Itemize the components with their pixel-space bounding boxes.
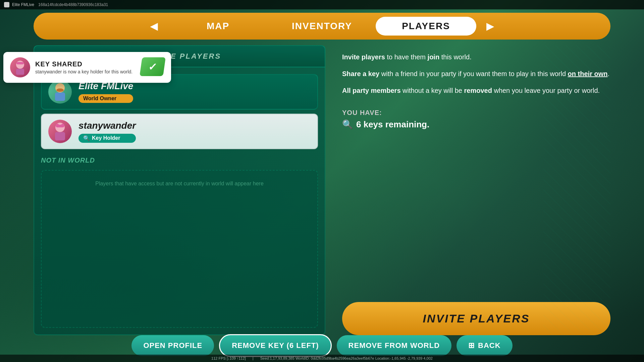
footer-fps: 112 FPS [↓109 ↑112] — [211, 356, 246, 360]
back-button[interactable]: ⊞ BACK — [457, 335, 513, 356]
remove-from-world-button[interactable]: REMOVE FROM WORLD — [337, 335, 451, 356]
player-name-stanywander: stanywander — [78, 120, 136, 131]
svg-rect-4 — [55, 132, 65, 140]
player-card-stanywander[interactable]: stanywander 🔍 Key Holder — [41, 114, 318, 149]
keys-count: 🔍 6 keys remaining. — [342, 119, 610, 130]
left-panel: MANAGE PLAYERS Elite FMLive World O — [34, 45, 325, 335]
remove-key-button[interactable]: REMOVE KEY (6 LEFT) — [219, 334, 331, 357]
info-party-removed: removed — [464, 87, 492, 94]
game-icon — [4, 2, 9, 7]
info-party-text: All party members without a key will be … — [342, 85, 610, 96]
svg-point-6 — [56, 124, 59, 127]
footer-stats: 112 FPS [↓109 ↑112] | Seed:1,17,93,89,38… — [0, 355, 644, 362]
notif-check-container: ✓ — [138, 57, 164, 77]
key-search-icon: 🔍 — [342, 119, 353, 130]
key-shared-notification: KEY SHARED stanywander is now a key hold… — [3, 52, 171, 83]
notif-check-bg: ✓ — [140, 57, 166, 76]
svg-rect-10 — [16, 62, 24, 64]
tab-inventory[interactable]: INVENTORY — [272, 17, 372, 36]
keys-remaining-text: 6 keys remaining. — [356, 119, 429, 130]
right-panel: Invite players to have them join this wo… — [335, 45, 610, 335]
top-bar-title: Elite FMLive — [12, 2, 34, 7]
open-profile-button[interactable]: OPEN PROFILE — [131, 335, 214, 356]
invite-players-button[interactable]: INVITE PLAYERS — [342, 302, 610, 335]
main-content: MANAGE PLAYERS Elite FMLive World O — [34, 45, 610, 335]
key-badge-label: Key Holder — [92, 135, 120, 141]
avatar-img-elite — [48, 80, 72, 104]
svg-rect-2 — [56, 88, 64, 92]
info-invite-end: this world. — [439, 53, 472, 61]
info-party-bold: All party members — [342, 87, 401, 94]
svg-point-8 — [16, 61, 24, 69]
info-party-end: when you leave your party or world. — [492, 87, 600, 94]
notif-avatar — [10, 57, 30, 77]
notif-check-icon: ✓ — [148, 61, 158, 73]
nav-container: ◀ MAP INVENTORY PLAYERS ▶ — [34, 13, 610, 40]
keys-box: YOU HAVE: 🔍 6 keys remaining. — [342, 109, 610, 130]
top-bar: Elite FMLive 168a14fcdcde4b488b7390936c1… — [0, 0, 644, 9]
info-invite-text: Invite players to have them join this wo… — [342, 52, 610, 62]
info-share-mid: with a friend in your party if you want … — [379, 70, 568, 77]
notif-subtitle: stanywander is now a key holder for this… — [35, 69, 132, 74]
info-share-end: . — [607, 70, 609, 77]
back-label: BACK — [478, 341, 501, 350]
player-info-elite: Elite FMLive World Owner — [78, 81, 133, 103]
info-invite-bold: Invite players — [342, 53, 385, 61]
tab-players[interactable]: PLAYERS — [376, 17, 476, 36]
not-in-world-label: NOT IN WORLD — [41, 153, 318, 166]
info-invite-mid: to have them — [385, 53, 428, 61]
bottom-bar: OPEN PROFILE REMOVE KEY (6 LEFT) REMOVE … — [34, 334, 610, 357]
svg-rect-1 — [55, 93, 65, 101]
footer-world-stats: Seed:1,17,93,89,385 WorldID: 0dd2fc05d9b… — [260, 356, 433, 360]
nav-left-arrow[interactable]: ◀ — [144, 21, 164, 32]
avatar-stanywander — [48, 120, 72, 143]
you-have-label: YOU HAVE: — [342, 109, 610, 117]
badge-world-owner: World Owner — [78, 94, 133, 103]
empty-slot: Players that have access but are not cur… — [41, 170, 318, 328]
notif-title: KEY SHARED — [35, 60, 132, 68]
info-share-own: on their own — [568, 70, 608, 77]
avatar-img-stanywander — [48, 120, 72, 143]
badge-key-holder: 🔍 Key Holder — [78, 134, 136, 143]
top-bar-id: 168a14fcdcde4b488b7390936c183a31 — [38, 2, 108, 7]
key-badge-icon: 🔍 — [83, 135, 90, 141]
notif-text-area: KEY SHARED stanywander is now a key hold… — [35, 60, 132, 74]
info-share-bold: Share a key — [342, 70, 379, 77]
info-share-text: Share a key with a friend in your party … — [342, 69, 610, 79]
info-invite-join: join — [428, 53, 440, 61]
tab-map[interactable]: MAP — [168, 17, 268, 36]
back-icon: ⊞ — [468, 341, 475, 350]
svg-point-7 — [61, 124, 64, 127]
player-info-stanywander: stanywander 🔍 Key Holder — [78, 120, 136, 143]
avatar-elite — [48, 80, 72, 104]
svg-rect-9 — [16, 69, 24, 75]
footer-spacer: | — [253, 356, 254, 360]
player-list: Elite FMLive World Owner — [34, 67, 325, 335]
nav-right-arrow[interactable]: ▶ — [480, 21, 500, 32]
info-party-mid: without a key will be — [401, 87, 464, 94]
empty-slot-text: Players that have access but are not cur… — [95, 181, 264, 186]
